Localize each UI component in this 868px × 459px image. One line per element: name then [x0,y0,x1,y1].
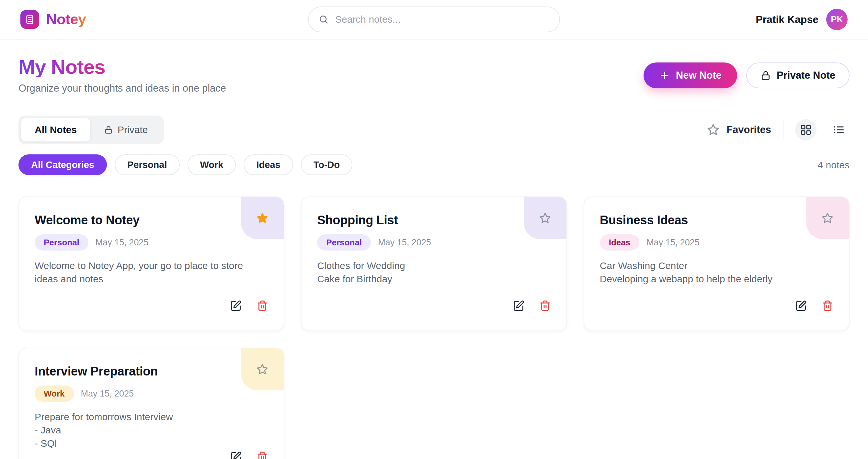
delete-note-button[interactable] [256,451,268,459]
favorites-toggle[interactable]: Favorites [707,124,771,136]
plus-icon [659,70,670,81]
app-brand[interactable]: Notey [21,10,86,29]
note-corner-flag [806,197,849,239]
note-category-badge: Ideas [600,234,640,251]
star-icon [256,212,268,224]
page-title-block: My Notes Organize your thoughts and idea… [19,56,226,94]
note-card: Shopping List Personal May 15, 2025 Clot… [301,196,567,331]
note-corner-flag [524,197,566,239]
note-date: May 15, 2025 [647,238,700,248]
grid-view-button[interactable] [795,119,816,140]
delete-note-button[interactable] [539,300,551,312]
avatar[interactable]: PK [826,9,847,30]
edit-icon [513,300,524,312]
star-icon [539,212,551,224]
search-bar [308,6,560,32]
note-content: Car Washing Center Developing a webapp t… [600,259,833,286]
trash-icon [822,300,833,312]
note-corner-flag [241,348,284,390]
favorite-star-button[interactable] [822,212,833,224]
edit-note-button[interactable] [513,300,524,312]
favorite-star-button[interactable] [539,212,551,224]
tab-all-notes[interactable]: All Notes [21,118,90,141]
note-card: Business Ideas Ideas May 15, 2025 Car Wa… [584,196,849,331]
lock-icon [104,125,113,134]
note-date: May 15, 2025 [378,238,431,248]
note-title: Business Ideas [600,213,833,227]
edit-note-button[interactable] [230,300,242,312]
category-pill-todo[interactable]: To-Do [301,154,353,175]
user-area: Pratik Kapse PK [755,9,847,30]
note-category-badge: Work [35,386,74,402]
category-pill-ideas[interactable]: Ideas [244,154,293,175]
page-subtitle: Organize your thoughts and ideas in one … [19,83,226,94]
note-card: Interview Preparation Work May 15, 2025 … [19,348,284,459]
list-icon [833,124,845,136]
edit-note-button[interactable] [230,451,242,459]
search-input[interactable] [335,14,550,25]
category-pill-personal[interactable]: Personal [115,154,180,175]
new-note-button[interactable]: New Note [644,63,737,88]
category-pill-all[interactable]: All Categories [19,154,107,175]
favorite-star-button[interactable] [256,363,268,375]
note-title: Interview Preparation [35,364,268,379]
note-date: May 15, 2025 [81,389,134,399]
note-title: Welcome to Notey [35,213,268,227]
main-content: My Notes Organize your thoughts and idea… [0,56,868,459]
notes-tabs: All Notes Private [19,116,164,144]
search-icon [318,14,329,25]
notes-count: 4 notes [818,160,849,171]
note-date: May 15, 2025 [96,238,149,248]
trash-icon [256,300,268,312]
note-category-badge: Personal [317,234,371,251]
delete-note-button[interactable] [256,300,268,312]
note-title: Shopping List [317,213,551,227]
notes-grid: Welcome to Notey Personal May 15, 2025 W… [19,196,849,459]
edit-icon [795,300,807,312]
notebook-logo-icon [21,10,39,29]
user-name: Pratik Kapse [755,13,818,26]
lock-icon [761,70,771,80]
trash-icon [539,300,551,312]
note-category-badge: Personal [35,234,88,251]
edit-icon [230,451,242,459]
note-content: Prepare for tomorrows Interview - Java -… [35,410,268,450]
tab-private[interactable]: Private [90,118,161,141]
category-filters: All Categories Personal Work Ideas To-Do [19,154,352,175]
star-icon [256,363,268,375]
app-header: Notey Pratik Kapse PK [0,0,868,39]
list-view-button[interactable] [828,119,849,140]
star-icon [707,124,719,136]
trash-icon [256,451,268,459]
note-content: Clothes for Wedding Cake for Birthday [317,259,551,286]
note-content: Welcome to Notey App, your go to place t… [35,259,268,286]
app-title: Notey [46,11,86,28]
edit-note-button[interactable] [795,300,807,312]
note-card: Welcome to Notey Personal May 15, 2025 W… [19,196,284,331]
star-icon [822,212,833,224]
favorite-star-button[interactable] [256,212,268,224]
delete-note-button[interactable] [822,300,833,312]
edit-icon [230,300,242,312]
page-title: My Notes [19,56,105,77]
category-pill-work[interactable]: Work [188,154,236,175]
grid-icon [800,124,812,136]
private-note-button[interactable]: Private Note [746,63,849,88]
note-corner-flag [241,197,284,239]
vertical-divider [783,121,783,139]
